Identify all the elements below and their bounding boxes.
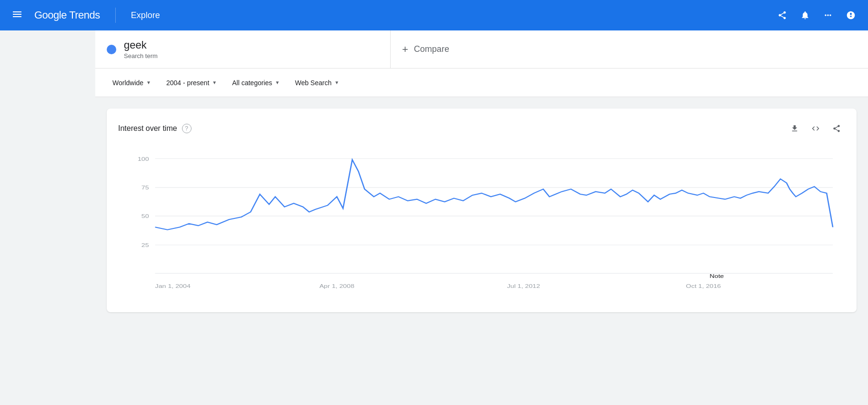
category-label: All categories xyxy=(232,79,272,87)
location-filter[interactable]: Worldwide ▼ xyxy=(107,75,157,90)
trend-polyline xyxy=(155,159,833,229)
plus-icon: + xyxy=(402,43,408,56)
logo[interactable]: Google Trends xyxy=(34,9,100,21)
x-label-2016: Oct 1, 2016 xyxy=(686,283,721,289)
share-chart-button[interactable] xyxy=(828,120,845,137)
chart-note: Note xyxy=(709,273,724,279)
header-left: Google Trends Explore xyxy=(8,5,160,26)
search-dot xyxy=(107,45,116,54)
chart-container: 100 75 50 25 Jan 1, 2004 Apr 1, 2008 Jul… xyxy=(118,148,845,301)
x-label-2004: Jan 1, 2004 xyxy=(155,283,191,289)
y-label-50: 50 xyxy=(141,213,149,219)
header-right xyxy=(773,6,860,25)
apps-button[interactable] xyxy=(818,6,838,25)
search-term-box: geek Search term xyxy=(95,30,391,68)
interest-over-time-card: Interest over time ? xyxy=(107,109,857,312)
chart-header: Interest over time ? xyxy=(118,120,845,137)
search-term-name[interactable]: geek xyxy=(124,39,158,51)
header-divider xyxy=(115,8,116,23)
y-label-75: 75 xyxy=(141,185,149,191)
filters-bar: Worldwide ▼ 2004 - present ▼ All categor… xyxy=(95,69,868,97)
period-label: 2004 - present xyxy=(166,79,209,87)
search-type-filter[interactable]: Web Search ▼ xyxy=(289,75,345,90)
explore-label: Explore xyxy=(131,10,160,20)
location-label: Worldwide xyxy=(112,79,143,87)
y-label-100: 100 xyxy=(138,156,149,162)
hamburger-icon[interactable] xyxy=(8,5,27,26)
search-term-info: geek Search term xyxy=(124,39,158,59)
download-button[interactable] xyxy=(786,120,803,137)
period-chevron: ▼ xyxy=(212,80,217,85)
location-chevron: ▼ xyxy=(146,80,151,85)
y-label-25: 25 xyxy=(141,242,149,248)
search-term-label: Search term xyxy=(124,52,158,59)
period-filter[interactable]: 2004 - present ▼ xyxy=(161,75,222,90)
search-type-chevron: ▼ xyxy=(334,80,339,85)
header: Google Trends Explore xyxy=(0,0,868,30)
x-label-2012: Jul 1, 2012 xyxy=(507,283,540,289)
chart-title-area: Interest over time ? xyxy=(118,124,192,133)
category-filter[interactable]: All categories ▼ xyxy=(226,75,285,90)
x-label-2008: Apr 1, 2008 xyxy=(319,283,354,289)
chart-actions xyxy=(786,120,845,137)
logo-text: Google Trends xyxy=(34,9,100,21)
chart-title: Interest over time xyxy=(118,124,177,133)
chart-svg: 100 75 50 25 Jan 1, 2004 Apr 1, 2008 Jul… xyxy=(118,148,845,301)
compare-text: Compare xyxy=(414,44,449,54)
search-area: geek Search term + Compare xyxy=(95,30,868,69)
embed-button[interactable] xyxy=(807,120,824,137)
account-button[interactable] xyxy=(841,6,860,25)
compare-box[interactable]: + Compare xyxy=(391,30,868,68)
alert-button[interactable] xyxy=(796,6,815,25)
main-content: Interest over time ? xyxy=(0,97,868,383)
search-type-label: Web Search xyxy=(295,79,332,87)
share-header-button[interactable] xyxy=(773,6,792,25)
help-icon[interactable]: ? xyxy=(182,124,192,133)
category-chevron: ▼ xyxy=(275,80,280,85)
